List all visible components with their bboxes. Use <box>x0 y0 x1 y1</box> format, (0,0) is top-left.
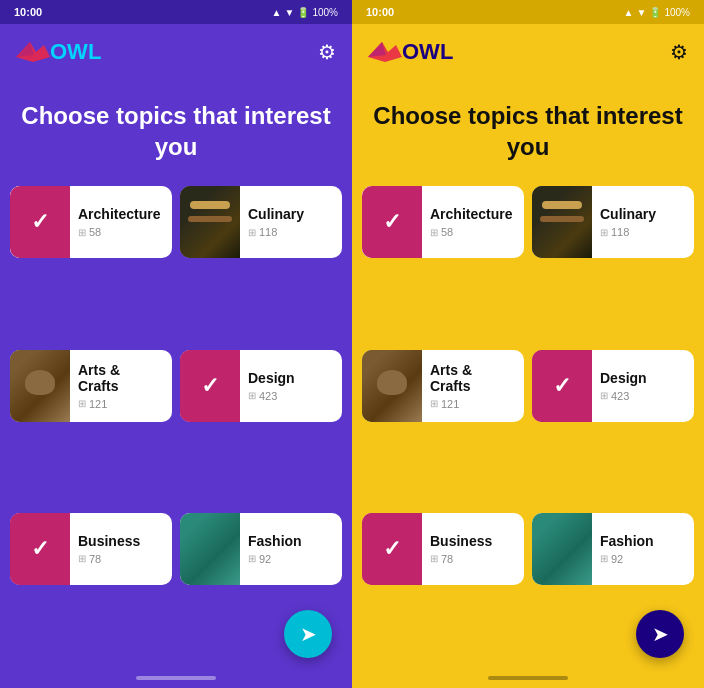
bottom-indicator-left <box>0 668 352 688</box>
topic-card-business-right[interactable]: ✓ Business 78 <box>362 513 524 585</box>
topic-card-arts-right[interactable]: Arts & Crafts 121 <box>362 350 524 422</box>
topic-name-arts-right: Arts & Crafts <box>430 362 516 394</box>
topic-card-architecture-right[interactable]: ✓ Architecture 58 <box>362 186 524 258</box>
bottom-bar-left <box>136 676 216 680</box>
topic-card-culinary-left[interactable]: Culinary 118 <box>180 186 342 258</box>
check-design-right: ✓ <box>553 373 571 399</box>
arts-image-left <box>10 350 70 422</box>
logo-text-left: OWL <box>50 39 101 65</box>
fab-left[interactable]: ➤ <box>284 610 332 658</box>
culinary-image-right <box>532 186 592 258</box>
topic-name-arts-left: Arts & Crafts <box>78 362 164 394</box>
topic-count-business-left: 78 <box>78 553 164 565</box>
topic-thumb-arts-right <box>362 350 422 422</box>
topic-info-culinary-left: Culinary 118 <box>240 186 342 258</box>
check-arch-right: ✓ <box>383 209 401 235</box>
topic-thumb-business-right: ✓ <box>362 513 422 585</box>
selected-overlay-arch-left: ✓ <box>10 186 70 258</box>
signal-icon-right: ▼ <box>637 7 647 18</box>
topic-thumb-architecture-left: ✓ <box>10 186 70 258</box>
logo-left: OWL <box>16 37 101 67</box>
battery-pct-right: 100% <box>664 7 690 18</box>
app-header-right: OWL ⚙ <box>352 24 704 80</box>
topic-thumb-culinary-left <box>180 186 240 258</box>
battery-icon-right: 🔋 <box>649 7 661 18</box>
topic-name-fashion-right: Fashion <box>600 533 686 549</box>
arts-image-right <box>362 350 422 422</box>
topic-info-arts-left: Arts & Crafts 121 <box>70 350 172 422</box>
hero-section-left: Choose topics that interest you <box>0 80 352 186</box>
battery-pct-left: 100% <box>312 7 338 18</box>
topic-count-fashion-right: 92 <box>600 553 686 565</box>
wifi-icon-right: ▲ <box>624 7 634 18</box>
topic-card-fashion-right[interactable]: Fashion 92 <box>532 513 694 585</box>
topic-card-design-right[interactable]: ✓ Design 423 <box>532 350 694 422</box>
topic-thumb-fashion-right <box>532 513 592 585</box>
topic-info-fashion-right: Fashion 92 <box>592 513 694 585</box>
logo-right: OWL <box>368 37 453 67</box>
app-header-left: OWL ⚙ <box>0 24 352 80</box>
check-design-left: ✓ <box>201 373 219 399</box>
fab-icon-left: ➤ <box>300 622 317 646</box>
topic-thumb-culinary-right <box>532 186 592 258</box>
topic-info-arch-left: Architecture 58 <box>70 186 172 258</box>
fab-right[interactable]: ➤ <box>636 610 684 658</box>
topic-count-design-left: 423 <box>248 390 334 402</box>
status-time-right: 10:00 <box>366 6 394 18</box>
bottom-bar-right <box>488 676 568 680</box>
topic-thumb-arts-left <box>10 350 70 422</box>
topic-info-business-left: Business 78 <box>70 513 172 585</box>
topic-thumb-fashion-left <box>180 513 240 585</box>
status-icons-right: ▲ ▼ 🔋 100% <box>624 7 690 18</box>
topic-count-arch-right: 58 <box>430 226 516 238</box>
topic-count-fashion-left: 92 <box>248 553 334 565</box>
topic-card-business-left[interactable]: ✓ Business 78 <box>10 513 172 585</box>
topic-count-culinary-right: 118 <box>600 226 686 238</box>
selected-overlay-arch-right: ✓ <box>362 186 422 258</box>
topic-info-fashion-left: Fashion 92 <box>240 513 342 585</box>
topic-name-arch-right: Architecture <box>430 206 516 222</box>
logo-bird-right <box>368 37 402 67</box>
selected-overlay-business-left: ✓ <box>10 513 70 585</box>
status-icons-left: ▲ ▼ 🔋 100% <box>272 7 338 18</box>
topic-count-arts-left: 121 <box>78 398 164 410</box>
settings-button-right[interactable]: ⚙ <box>670 40 688 64</box>
topic-thumb-business-left: ✓ <box>10 513 70 585</box>
signal-icon-left: ▼ <box>285 7 295 18</box>
topic-name-culinary-right: Culinary <box>600 206 686 222</box>
hero-title-right: Choose topics that interest you <box>372 100 684 162</box>
check-business-left: ✓ <box>31 536 49 562</box>
topic-name-fashion-left: Fashion <box>248 533 334 549</box>
topic-card-architecture-left[interactable]: ✓ Architecture 58 <box>10 186 172 258</box>
check-business-right: ✓ <box>383 536 401 562</box>
culinary-image-left <box>180 186 240 258</box>
fashion-image-right <box>532 513 592 585</box>
topic-count-culinary-left: 118 <box>248 226 334 238</box>
topic-name-business-right: Business <box>430 533 516 549</box>
topic-card-fashion-left[interactable]: Fashion 92 <box>180 513 342 585</box>
wifi-icon-left: ▲ <box>272 7 282 18</box>
topic-name-design-left: Design <box>248 370 334 386</box>
fab-icon-right: ➤ <box>652 622 669 646</box>
right-phone-panel: 10:00 ▲ ▼ 🔋 100% OWL ⚙ Choose topics tha… <box>352 0 704 688</box>
topic-card-arts-left[interactable]: Arts & Crafts 121 <box>10 350 172 422</box>
hero-title-left: Choose topics that interest you <box>20 100 332 162</box>
fashion-image-left <box>180 513 240 585</box>
topic-info-culinary-right: Culinary 118 <box>592 186 694 258</box>
topic-info-arts-right: Arts & Crafts 121 <box>422 350 524 422</box>
topic-name-arch-left: Architecture <box>78 206 164 222</box>
status-bar-left: 10:00 ▲ ▼ 🔋 100% <box>0 0 352 24</box>
topic-card-culinary-right[interactable]: Culinary 118 <box>532 186 694 258</box>
selected-overlay-business-right: ✓ <box>362 513 422 585</box>
topic-count-business-right: 78 <box>430 553 516 565</box>
topic-card-design-left[interactable]: ✓ Design 423 <box>180 350 342 422</box>
logo-text-right: OWL <box>402 39 453 65</box>
settings-button-left[interactable]: ⚙ <box>318 40 336 64</box>
topic-name-design-right: Design <box>600 370 686 386</box>
topic-info-arch-right: Architecture 58 <box>422 186 524 258</box>
topic-name-business-left: Business <box>78 533 164 549</box>
bottom-indicator-right <box>352 668 704 688</box>
selected-overlay-design-right: ✓ <box>532 350 592 422</box>
selected-overlay-design-left: ✓ <box>180 350 240 422</box>
topics-grid-right: ✓ Architecture 58 Culinary 118 <box>352 186 704 668</box>
